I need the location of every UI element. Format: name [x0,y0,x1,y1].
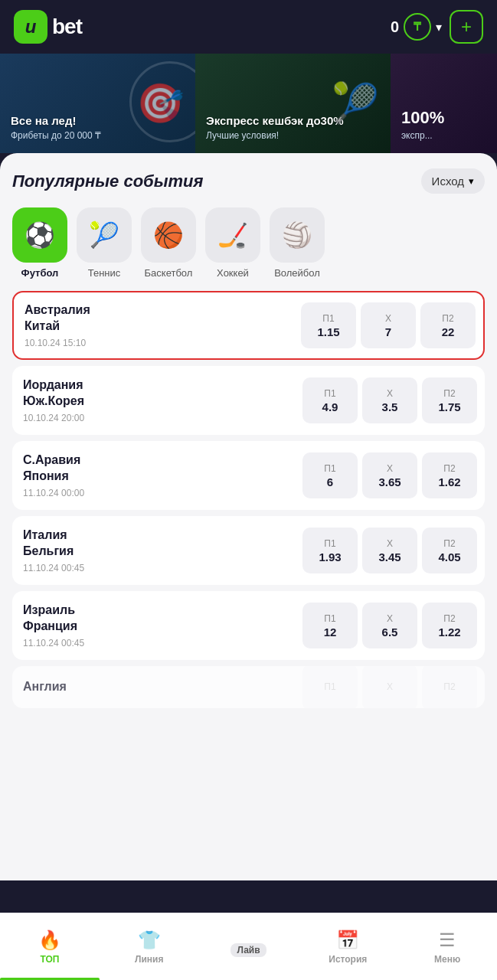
odd-p1-5[interactable]: П1 12 [302,603,358,648]
live-icon: Лайв [231,936,266,958]
balance-value: 0 [391,18,399,36]
nav-item-live[interactable]: Лайв [199,936,299,958]
event-datetime-3: 11.10.24 00:00 [23,488,292,498]
event-teams-4: ИталияБельгия [23,528,292,560]
filter-chevron-icon: ▾ [469,175,474,187]
event-info-3: С.АравияЯпония 11.10.24 00:00 [12,443,302,508]
sport-label-tennis: Теннис [88,267,121,279]
event-teams-3: С.АравияЯпония [23,452,292,485]
table-row[interactable]: С.АравияЯпония 11.10.24 00:00 П1 6 Х 3.6… [12,441,485,510]
odds-area-1: П1 1.15 Х 7 П2 22 [301,295,483,356]
banner-ice[interactable]: Все на лед! Фрибеты до 20 000 ₸ [0,54,195,153]
banner-cashback-title: Экспресс кешбэк до30% [206,114,344,128]
sport-tab-hockey[interactable]: 🏒 Хоккей [205,207,260,279]
sport-label-hockey: Хоккей [217,267,249,279]
chevron-down-icon[interactable]: ▾ [436,20,442,34]
filter-button[interactable]: Исход ▾ [421,168,485,194]
nav-item-history[interactable]: 📅 История [298,929,397,965]
tennis-icon: 🎾 [77,207,132,263]
odd-x-4[interactable]: Х 3.45 [362,528,417,573]
odd-p2-6[interactable]: П2 [422,666,477,708]
odd-x-6[interactable]: Х [362,666,417,708]
sport-label-basketball: Баскетбол [145,267,193,279]
table-row[interactable]: ИталияБельгия 11.10.24 00:45 П1 1.93 Х 3… [12,516,485,585]
event-datetime-1: 10.10.24 15:10 [25,338,290,348]
banner-ice-text: Все на лед! Фрибеты до 20 000 ₸ [11,114,101,141]
logo-area: u bet [14,10,82,44]
filter-label: Исход [432,175,464,188]
banner-ice-sub: Фрибеты до 20 000 ₸ [11,130,101,141]
banner-ice-title: Все на лед! [11,114,101,128]
live-badge: Лайв [231,943,266,957]
odd-x-5[interactable]: Х 6.5 [362,603,417,648]
odd-p1-2[interactable]: П1 4.9 [302,377,358,423]
odds-area-5: П1 12 Х 6.5 П2 1.22 [302,595,485,656]
event-teams-2: ИорданияЮж.Корея [23,377,292,410]
nav-label-liniya: Линия [135,954,163,965]
odd-p1-4[interactable]: П1 1.93 [302,528,358,573]
table-row[interactable]: ИорданияЮж.Корея 10.10.24 20:00 П1 4.9 Х… [12,366,485,435]
sport-label-volleyball: Волейбол [274,267,320,279]
section-title: Популярные события [12,172,203,191]
event-datetime-5: 11.10.24 00:45 [23,638,292,648]
event-info-6: Англия [12,670,302,704]
balance-area[interactable]: 0 ₸ ▾ [391,13,442,41]
event-datetime-4: 11.10.24 00:45 [23,563,292,573]
banner-express[interactable]: 100% экспр... [391,54,497,153]
odds-area-6: П1 Х П2 [302,666,485,708]
odd-p2-5[interactable]: П2 1.22 [422,603,477,648]
nav-label-history: История [329,954,367,965]
nav-label-top: ТОП [40,954,59,965]
odd-p2-4[interactable]: П2 4.05 [422,528,477,573]
logo-u-icon: u [14,10,47,44]
banner-cashback[interactable]: Экспресс кешбэк до30% Лучшие условия! [195,54,391,153]
banner-express-sub: экспр... [401,130,444,141]
banner-express-text: 100% экспр... [401,108,444,141]
sport-tab-tennis[interactable]: 🎾 Теннис [77,207,132,279]
calendar-icon: 📅 [336,929,359,951]
sport-tab-volleyball[interactable]: 🏐 Волейбол [270,207,325,279]
deposit-button[interactable]: + [450,10,483,44]
bottom-nav: 🔥 ТОП 👕 Линия Лайв 📅 История ☰ Меню [0,913,497,980]
odd-x-1[interactable]: Х 7 [361,302,416,348]
table-row[interactable]: АвстралияКитай 10.10.24 15:10 П1 1.15 Х … [12,291,485,360]
logo-text: bet [52,15,82,39]
event-teams-5: ИзраильФранция [23,603,292,635]
odd-p1-3[interactable]: П1 6 [302,452,358,498]
odd-x-2[interactable]: Х 3.5 [362,377,417,423]
sport-tab-basketball[interactable]: 🏀 Баскетбол [141,207,196,279]
odds-area-4: П1 1.93 Х 3.45 П2 4.05 [302,520,485,581]
banner-cashback-sub: Лучшие условия! [206,130,344,141]
banners-area: Все на лед! Фрибеты до 20 000 ₸ Экспресс… [0,54,497,153]
basketball-icon: 🏀 [141,207,196,263]
sport-tab-football[interactable]: ⚽ Футбол [12,207,67,279]
table-row[interactable]: Англия П1 Х П2 [12,666,485,708]
event-info-1: АвстралияКитай 10.10.24 15:10 [14,293,301,358]
fire-icon: 🔥 [38,929,61,951]
event-info-4: ИталияБельгия 11.10.24 00:45 [12,518,302,583]
event-teams-6: Англия [23,679,292,695]
tenge-icon: ₸ [404,13,431,41]
nav-item-liniya[interactable]: 👕 Линия [100,929,199,965]
event-info-5: ИзраильФранция 11.10.24 00:45 [12,593,302,658]
odd-p2-1[interactable]: П2 22 [420,302,476,348]
header-right: 0 ₸ ▾ + [391,10,483,44]
nav-item-menu[interactable]: ☰ Меню [397,929,497,965]
events-list: АвстралияКитай 10.10.24 15:10 П1 1.15 Х … [12,291,485,714]
odd-p1-6[interactable]: П1 [302,666,358,708]
event-teams-1: АвстралияКитай [25,302,290,335]
table-row[interactable]: ИзраильФранция 11.10.24 00:45 П1 12 Х 6.… [12,591,485,660]
sport-label-football: Футбол [21,267,59,279]
odd-p2-3[interactable]: П2 1.62 [422,452,477,498]
odd-x-3[interactable]: Х 3.65 [362,452,417,498]
volleyball-icon: 🏐 [270,207,325,263]
hockey-icon: 🏒 [205,207,260,263]
banner-express-title: 100% [401,108,444,128]
banner-cashback-text: Экспресс кешбэк до30% Лучшие условия! [206,114,344,141]
odd-p2-2[interactable]: П2 1.75 [422,377,477,423]
nav-label-menu: Меню [434,954,460,965]
odd-p1-1[interactable]: П1 1.15 [301,302,356,348]
sports-tabs: ⚽ Футбол 🎾 Теннис 🏀 Баскетбол 🏒 Хоккей 🏐… [12,207,485,279]
nav-item-top[interactable]: 🔥 ТОП [0,929,100,965]
shirt-icon: 👕 [138,929,161,951]
